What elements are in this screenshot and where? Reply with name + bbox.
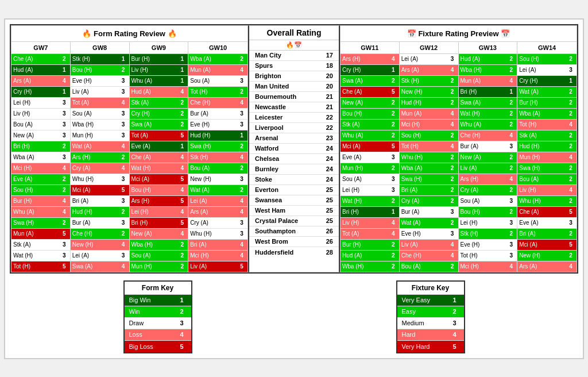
overall-row: West Brom26: [249, 237, 339, 247]
cell-number: 3: [567, 219, 575, 226]
form-data-row: Bur (H)4Bri (A)3Ars (H)5Lei (A)4: [11, 196, 247, 207]
fixture-cell: Eve (H)3: [400, 229, 459, 239]
cell-number: 2: [238, 88, 246, 95]
cell-number: 2: [389, 164, 397, 172]
cell-number: 2: [507, 164, 515, 172]
key-label: Big Win: [129, 297, 151, 303]
cell-number: 2: [448, 153, 457, 161]
cell-team-name: Mun (A): [13, 230, 60, 237]
form-cell: Che (H)4: [188, 98, 247, 108]
cell-team-name: Sou (A): [342, 176, 389, 182]
fixture-cell: New (H)2: [400, 87, 459, 97]
fixture-key-title: Fixture Key: [397, 282, 464, 295]
key-label: Very Easy: [402, 297, 431, 303]
cell-number: 3: [507, 219, 515, 226]
cell-team-name: New (H): [401, 89, 448, 95]
key-number: 1: [177, 297, 187, 303]
cell-number: 2: [448, 263, 457, 270]
fixture-data-row: Wba (H)2Bou (A)2Mci (H)4Ars (A)4: [341, 261, 577, 272]
cell-number: 3: [60, 99, 68, 106]
cell-team-name: Hud (A): [342, 252, 389, 259]
form-key-box: Form Key Big Win1Win2Draw3Loss4Big Loss5: [123, 280, 192, 353]
cell-team-name: Ars (H): [461, 176, 508, 182]
key-label: Draw: [129, 320, 144, 326]
cell-number: 3: [238, 219, 246, 226]
form-data-row: Whu (A)4Hud (H)2Lei (H)4Ars (A)4: [11, 207, 247, 218]
cell-number: 4: [60, 197, 68, 205]
cell-number: 3: [389, 153, 397, 161]
fixture-cell: New (A)2: [459, 152, 518, 163]
form-cell: Swa (A)4: [71, 261, 130, 272]
cell-number: 2: [238, 164, 246, 172]
cell-number: 4: [119, 99, 127, 106]
cell-team-name: Bri (A): [72, 198, 119, 204]
overall-team-score: 24: [326, 145, 333, 152]
form-data-row: Mci (H)4Cry (A)4Wat (H)4Bou (A)2: [11, 163, 247, 174]
cell-number: 1: [60, 66, 68, 74]
cell-team-name: Tot (A): [131, 132, 179, 139]
cell-number: 3: [60, 121, 68, 128]
overall-team-score: 26: [326, 238, 333, 245]
cell-team-name: Ars (H): [72, 154, 119, 160]
form-cell: Liv (H)1: [130, 65, 189, 75]
cell-team-name: Bur (A): [72, 220, 119, 226]
cell-team-name: Lei (H): [342, 187, 389, 193]
cell-number: 2: [567, 230, 575, 237]
cell-number: 2: [178, 110, 186, 117]
cell-number: 1: [178, 77, 186, 84]
fixture-cell: Tot (H)3: [459, 251, 518, 261]
cell-team-name: Che (H): [401, 252, 448, 259]
cell-number: 3: [507, 241, 515, 248]
cell-team-name: Lei (A): [519, 67, 567, 73]
cell-team-name: Eve (A): [342, 154, 389, 160]
cell-team-name: Bur (A): [401, 209, 448, 215]
form-cell: Whu (H)3: [71, 174, 130, 184]
form-cell: Sou (H)2: [11, 185, 71, 195]
form-col-header: GW10: [188, 42, 247, 53]
cell-number: 4: [119, 241, 127, 248]
cell-number: 2: [567, 99, 575, 106]
cell-number: 4: [448, 143, 457, 150]
form-cell: Wba (A)3: [11, 152, 71, 163]
fixture-cell: Sou (A)3: [341, 174, 400, 184]
fixture-cell: New (H)2: [517, 251, 577, 261]
fixture-key-row: Very Hard5: [397, 341, 464, 352]
fixture-cell: Bri (H)1: [459, 87, 518, 97]
cell-team-name: Swa (A): [461, 99, 508, 106]
cell-team-name: Whu (H): [401, 154, 448, 160]
form-cell: Bri (A)3: [71, 196, 130, 206]
fixture-data-row: Liv (H)4Wat (A)2Lei (H)3Eve (A)3: [341, 218, 577, 229]
cell-team-name: Tot (H): [461, 252, 508, 259]
fixture-cell: Liv (H)4: [341, 218, 400, 228]
form-cell: Bou (A)2: [188, 163, 247, 174]
fixture-cell: Wba (A)2: [400, 163, 459, 174]
cell-team-name: Bou (A): [190, 165, 238, 171]
fixture-key-row: Easy2: [397, 306, 464, 318]
cell-number: 3: [238, 230, 246, 237]
fixture-data-row: Mci (A)5Tot (H)4Bur (A)3Hud (H)2: [341, 141, 577, 152]
cell-team-name: Che (A): [13, 56, 60, 62]
cell-team-name: Bou (H): [131, 187, 179, 193]
overall-team-name: Brighton: [255, 72, 281, 79]
cell-number: 2: [178, 263, 186, 270]
cell-number: 5: [178, 197, 186, 205]
form-cell: Stk (H)4: [188, 152, 247, 163]
form-cell: Bou (H)2: [71, 65, 130, 75]
overall-team-score: 24: [326, 155, 333, 162]
cell-number: 4: [567, 121, 575, 128]
form-cell: Lei (A)3: [71, 251, 130, 261]
cell-number: 5: [60, 263, 68, 270]
cell-number: 2: [389, 263, 397, 270]
cell-team-name: Mci (A): [72, 187, 119, 193]
fixture-cell: Bri (A)2: [400, 185, 459, 195]
overall-team-name: Spurs: [255, 62, 273, 69]
key-label: Very Hard: [402, 343, 430, 350]
form-cell: Bou (H)4: [130, 185, 189, 195]
cell-team-name: Sou (A): [190, 78, 238, 84]
fixture-cell: Cry (A)2: [459, 185, 518, 195]
cell-number: 4: [178, 208, 186, 216]
form-cell: Wat (A)4: [71, 141, 130, 152]
cell-number: 3: [119, 121, 127, 128]
fixture-cell: Che (A)5: [517, 207, 577, 217]
cell-number: 3: [448, 230, 457, 237]
